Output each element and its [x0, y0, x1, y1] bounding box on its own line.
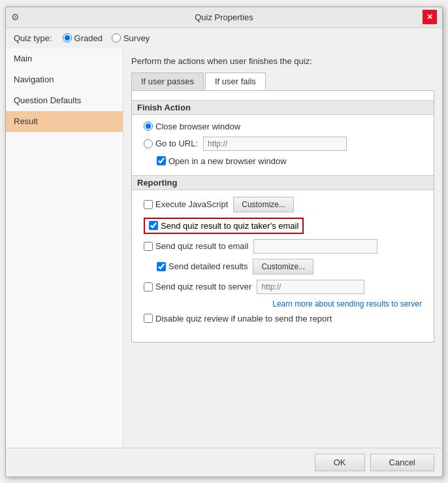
- title-bar: ⚙ Quiz Properties ✕: [6, 7, 442, 28]
- goto-url-label[interactable]: Go to URL:: [144, 139, 198, 148]
- learn-more-row: Learn more about sending results to serv…: [141, 299, 424, 308]
- graded-label: Graded: [74, 33, 103, 43]
- survey-radio[interactable]: [112, 33, 121, 42]
- tab-if-user-passes[interactable]: If user passes: [131, 73, 204, 90]
- execute-js-customize-button[interactable]: Customize...: [233, 197, 294, 212]
- send-detailed-text: Send detailed results: [168, 261, 248, 271]
- disable-review-checkbox[interactable]: [144, 314, 153, 323]
- cancel-button[interactable]: Cancel: [370, 454, 434, 471]
- learn-more-link[interactable]: Learn more about sending results to serv…: [272, 299, 422, 308]
- close-browser-radio[interactable]: [144, 122, 153, 131]
- goto-url-radio[interactable]: [144, 139, 153, 148]
- send-quiz-result-row: Send quiz result to email: [141, 239, 424, 254]
- section-description: Perform the actions when user finishes t…: [131, 56, 434, 66]
- send-server-text: Send quiz result to server: [155, 282, 251, 291]
- finish-action-section: Finish Action Close browser window Go to…: [141, 100, 424, 166]
- send-quiz-result-email-checkbox[interactable]: [149, 221, 158, 230]
- send-quiz-result-text: Send quiz result to email: [155, 241, 248, 251]
- disable-review-row: Disable quiz review if unable to send th…: [141, 314, 424, 324]
- send-detailed-row: Send detailed results Customize...: [141, 259, 424, 275]
- close-browser-text: Close browser window: [155, 122, 240, 131]
- open-new-window-text: Open in a new browser window: [168, 156, 287, 166]
- disable-review-text: Disable quiz review if unable to send th…: [155, 314, 332, 324]
- dialog-title: Quiz Properties: [195, 12, 253, 22]
- quiz-type-bar: Quiz type: Graded Survey: [6, 28, 442, 48]
- send-detailed-label[interactable]: Send detailed results: [157, 261, 248, 271]
- send-quiz-result-email-row: Send quiz result to quiz taker's email: [141, 218, 424, 234]
- send-quiz-result-checkbox[interactable]: [144, 242, 153, 251]
- sidebar: Main Navigation Question Defaults Result: [6, 48, 123, 448]
- send-quiz-result-email-highlighted: Send quiz result to quiz taker's email: [144, 218, 304, 234]
- survey-radio-label[interactable]: Survey: [112, 33, 150, 43]
- tab-content: Finish Action Close browser window Go to…: [131, 90, 434, 342]
- sidebar-item-result[interactable]: Result: [6, 111, 123, 132]
- execute-js-text: Execute JavaScript: [155, 199, 228, 209]
- server-url-input[interactable]: [257, 280, 364, 294]
- send-server-row: Send quiz result to server: [141, 280, 424, 294]
- finish-action-header: Finish Action: [132, 100, 434, 115]
- send-server-checkbox[interactable]: [144, 282, 153, 291]
- bottom-bar: OK Cancel: [6, 448, 442, 476]
- reporting-header: Reporting: [132, 175, 434, 190]
- sidebar-item-navigation[interactable]: Navigation: [6, 69, 123, 90]
- content-area: Perform the actions when user finishes t…: [123, 48, 442, 448]
- graded-radio[interactable]: [63, 33, 72, 42]
- graded-radio-label[interactable]: Graded: [63, 33, 103, 43]
- tab-if-user-fails[interactable]: If user fails: [205, 73, 266, 90]
- execute-js-row: Execute JavaScript Customize...: [141, 197, 424, 212]
- send-server-label[interactable]: Send quiz result to server: [144, 282, 251, 291]
- reporting-section: Reporting Execute JavaScript Customize..…: [141, 175, 424, 324]
- main-content: Main Navigation Question Defaults Result…: [6, 48, 442, 448]
- sidebar-item-question-defaults[interactable]: Question Defaults: [6, 90, 123, 111]
- send-quiz-result-label[interactable]: Send quiz result to email: [144, 241, 248, 251]
- gear-icon: ⚙: [11, 12, 20, 22]
- close-browser-row: Close browser window: [141, 122, 424, 131]
- goto-url-row: Go to URL:: [141, 137, 424, 151]
- open-new-window-checkbox[interactable]: [157, 156, 166, 165]
- quiz-properties-dialog: ⚙ Quiz Properties ✕ Quiz type: Graded Su…: [5, 7, 443, 477]
- execute-js-checkbox[interactable]: [144, 200, 153, 209]
- disable-review-label[interactable]: Disable quiz review if unable to send th…: [144, 314, 332, 324]
- quiz-type-label: Quiz type:: [14, 33, 52, 43]
- url-input[interactable]: [203, 137, 347, 151]
- sidebar-item-main[interactable]: Main: [6, 48, 123, 69]
- send-detailed-checkbox[interactable]: [157, 262, 166, 271]
- quiz-type-radio-group: Graded Survey: [63, 33, 150, 43]
- execute-js-label[interactable]: Execute JavaScript: [144, 199, 228, 209]
- send-quiz-result-email-text: Send quiz result to quiz taker's email: [161, 221, 298, 231]
- close-button[interactable]: ✕: [423, 10, 437, 24]
- tabs: If user passes If user fails: [131, 73, 434, 90]
- send-email-input[interactable]: [253, 239, 377, 254]
- open-new-window-row: Open in a new browser window: [141, 156, 424, 166]
- survey-label: Survey: [123, 33, 150, 43]
- goto-url-text: Go to URL:: [155, 139, 198, 148]
- send-detailed-customize-button[interactable]: Customize...: [253, 259, 313, 275]
- ok-button[interactable]: OK: [315, 454, 365, 471]
- open-new-window-label[interactable]: Open in a new browser window: [157, 156, 287, 166]
- close-browser-label[interactable]: Close browser window: [144, 122, 240, 131]
